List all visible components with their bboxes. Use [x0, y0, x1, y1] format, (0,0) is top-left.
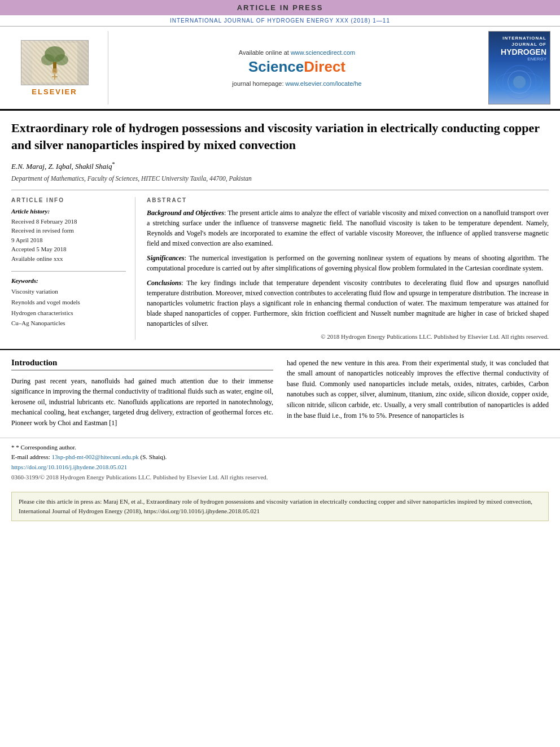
- elsevier-logo-area: ELSEVIER: [7, 31, 108, 104]
- article-history-title: Article history:: [11, 208, 126, 215]
- footer-copyright: 0360-3199/© 2018 Hydrogen Energy Publica…: [11, 474, 549, 480]
- abstract-text: Background and Objectives: The present a…: [147, 208, 549, 329]
- introduction-left-text: During past recent years, nanofluids had…: [11, 376, 273, 429]
- journal-header: INTERNATIONAL JOURNAL OF HYDROGEN ENERGY…: [0, 15, 560, 27]
- received-revised-label: Received in revised form: [11, 226, 126, 235]
- article-info-label: ARTICLE INFO: [11, 197, 126, 203]
- abstract-para-1-title: Background and Objectives: [147, 209, 224, 217]
- citation-box: Please cite this article in press as: Ma…: [11, 492, 549, 521]
- abstract-copyright: © 2018 Hydrogen Energy Publications LLC.…: [147, 333, 549, 340]
- page-header: ELSEVIER Available online at www.science…: [0, 27, 560, 111]
- available-online-link[interactable]: www.sciencedirect.com: [291, 49, 355, 56]
- article-title: Extraordinary role of hydrogen possessio…: [11, 120, 549, 153]
- abstract-para-3: Conclusions: The key findings include th…: [147, 278, 549, 329]
- journal-homepage: journal homepage: www.elsevier.com/locat…: [232, 80, 361, 87]
- author-name-3: Shakil Shaiq: [75, 163, 112, 171]
- corresponding-label: * Corresponding author.: [16, 444, 76, 451]
- svg-rect-4: [53, 62, 56, 72]
- author-name: E.N. Maraj: [11, 163, 45, 171]
- affiliation: Department of Mathematics, Faculty of Sc…: [11, 175, 549, 182]
- email-label: E-mail address:: [11, 453, 50, 460]
- abstract-para-2-title: Significances: [147, 254, 185, 262]
- keywords-block: Keywords: Viscosity variation Reynolds a…: [11, 277, 126, 329]
- sciencedirect-title: ScienceDirect: [248, 58, 345, 76]
- authors-line: E.N. Maraj, Z. Iqbal, Shakil Shaiq*: [11, 161, 549, 171]
- author-name-2: Z. Iqbal: [48, 163, 71, 171]
- abstract-label: ABSTRACT: [147, 197, 549, 203]
- email-link[interactable]: 13sp-phd-mt-002@hitecuni.edu.pk: [51, 453, 138, 460]
- divider-1: [11, 190, 549, 190]
- available-online-text: Available online at www.sciencedirect.co…: [239, 49, 355, 56]
- elsevier-name: ELSEVIER: [32, 88, 77, 96]
- abstract-para-3-title: Conclusions: [147, 279, 181, 287]
- keyword-3: Hydrogen characteristics: [11, 308, 126, 318]
- abstract-para-3-body: : The key findings include that temperat…: [147, 279, 549, 327]
- article-history-block: Article history: Received 8 February 201…: [11, 208, 126, 264]
- divider-keywords: [11, 271, 126, 272]
- accepted-date: Accepted 5 May 2018: [11, 244, 126, 254]
- keywords-title: Keywords:: [11, 277, 126, 284]
- received-revised-date: 9 April 2018: [11, 235, 126, 245]
- introduction-two-col: Introduction During past recent years, n…: [11, 358, 549, 429]
- abstract-para-2-body: : The numerical investigation is perform…: [147, 254, 549, 272]
- footnote-corresponding: * * Corresponding author.: [11, 443, 549, 453]
- journal-homepage-link[interactable]: www.elsevier.com/locate/he: [286, 80, 362, 87]
- abstract-column: ABSTRACT Background and Objectives: The …: [147, 197, 549, 340]
- article-in-press-banner: ARTICLE IN PRESS: [0, 0, 560, 15]
- abstract-para-2: Significances: The numerical investigati…: [147, 253, 549, 273]
- introduction-heading: Introduction: [11, 358, 273, 370]
- received-1: Received 8 February 2018: [11, 217, 126, 226]
- article-content: Extraordinary role of hydrogen possessio…: [0, 111, 560, 340]
- article-info-column: ARTICLE INFO Article history: Received 8…: [11, 197, 135, 340]
- keyword-1: Viscosity variation: [11, 286, 126, 297]
- science-direct-center: Available online at www.sciencedirect.co…: [108, 31, 485, 104]
- article-info-abstract: ARTICLE INFO Article history: Received 8…: [11, 197, 549, 340]
- keyword-2: Reynolds and vogel models: [11, 297, 126, 308]
- keyword-4: Cu–Ag Nanoparticles: [11, 318, 126, 329]
- svg-point-10: [513, 76, 525, 89]
- corresponding-marker: *: [112, 161, 115, 167]
- footnote-section: * * Corresponding author. E-mail address…: [0, 438, 560, 485]
- doi-link[interactable]: https://doi.org/10.1016/j.ijhydene.2018.…: [11, 464, 127, 470]
- svg-point-3: [55, 54, 68, 65]
- introduction-left: Introduction During past recent years, n…: [11, 358, 273, 429]
- email-name: (S. Shaiq).: [141, 453, 167, 460]
- footnote-email-line: E-mail address: 13sp-phd-mt-002@hitecuni…: [11, 452, 549, 462]
- abstract-para-1: Background and Objectives: The present a…: [147, 208, 549, 248]
- svg-point-5: [52, 68, 58, 74]
- citation-box-text: Please cite this article in press as: Ma…: [19, 497, 541, 516]
- introduction-section: Introduction During past recent years, n…: [0, 358, 560, 429]
- thick-divider: [0, 349, 560, 350]
- available-online: Available online xxx: [11, 254, 126, 264]
- svg-point-1: [45, 46, 65, 62]
- journal-cover: INTERNATIONAL JOURNAL OF HYDROGEN ENERGY: [485, 31, 553, 104]
- asterisk-symbol: *: [11, 444, 15, 451]
- introduction-right-text: had opened the new venture in this area.…: [287, 358, 549, 421]
- elsevier-logo-image: [21, 40, 89, 85]
- svg-rect-0: [32, 43, 77, 82]
- svg-point-2: [41, 54, 55, 65]
- journal-cover-image: INTERNATIONAL JOURNAL OF HYDROGEN ENERGY: [488, 31, 550, 104]
- introduction-right: had opened the new venture in this area.…: [287, 358, 549, 429]
